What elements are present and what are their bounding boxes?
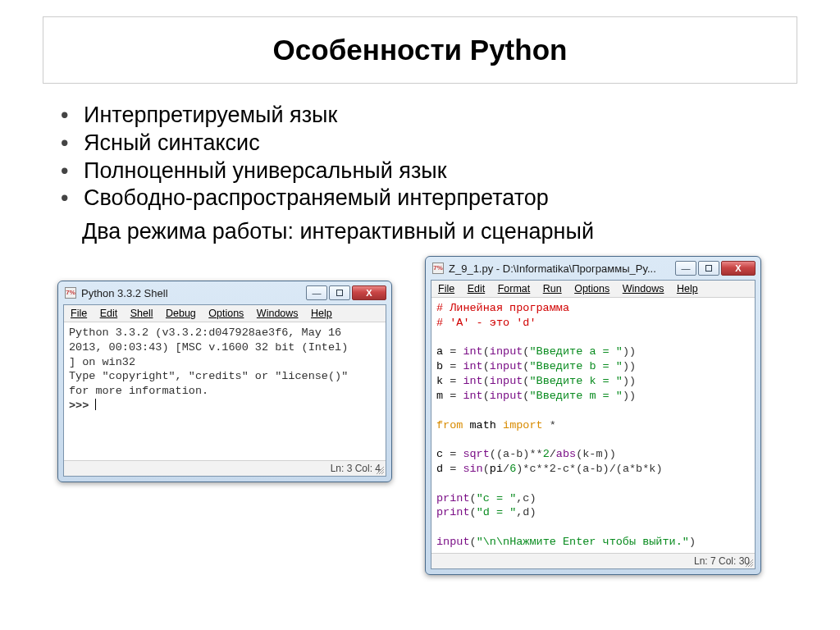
menu-debug[interactable]: Debug <box>166 308 196 319</box>
menu-file[interactable]: File <box>71 308 87 319</box>
tk-icon: 7​% <box>65 287 76 299</box>
maximize-button[interactable] <box>329 285 350 300</box>
window-title: Python 3.3.2 Shell <box>81 287 304 299</box>
menu-shell[interactable]: Shell <box>130 308 153 319</box>
menu-windows[interactable]: Windows <box>623 283 664 294</box>
bullet-item: Интерпретируемый язык <box>56 102 797 130</box>
statusbar: Ln: 7 Col: 30 <box>431 553 755 568</box>
close-button[interactable]: Х <box>721 261 756 276</box>
maximize-icon <box>336 290 343 296</box>
minimize-button[interactable]: — <box>675 261 696 276</box>
close-button[interactable]: Х <box>352 285 386 300</box>
titlebar[interactable]: 7​% Z_9_1.py - D:\Informatika\Программы_… <box>426 257 760 280</box>
maximize-button[interactable] <box>698 261 719 276</box>
shell-content[interactable]: Python 3.3.2 (v3.3.2:d047928ae3f6, May 1… <box>64 322 386 460</box>
slide-title: Особенности Python <box>52 34 788 66</box>
bullet-item: Свободно-распространяемый интерпретатор <box>56 185 797 212</box>
slide-title-box: Особенности Python <box>43 16 797 84</box>
bullet-item: Полноценный универсальный язык <box>56 158 797 185</box>
menu-windows[interactable]: Windows <box>257 308 299 319</box>
menu-edit[interactable]: Edit <box>100 308 118 319</box>
editor-content[interactable]: # Линейная программа # 'A' - это 'd' a =… <box>431 298 755 553</box>
menu-file[interactable]: File <box>438 283 454 294</box>
python-shell-window: 7​% Python 3.3.2 Shell — Х File Edit She… <box>57 281 392 482</box>
menubar: File Edit Format Run Options Windows Hel… <box>431 281 755 298</box>
menu-options[interactable]: Options <box>208 308 244 319</box>
statusbar: Ln: 3 Col: 4 <box>64 460 386 476</box>
menubar: File Edit Shell Debug Options Windows He… <box>64 305 386 322</box>
minimize-button[interactable]: — <box>306 285 327 300</box>
titlebar[interactable]: 7​% Python 3.3.2 Shell — Х <box>58 281 391 304</box>
feature-bullets: Интерпретируемый язык Ясный синтаксис По… <box>56 102 797 212</box>
status-text: Ln: 3 Col: 4 <box>331 463 381 474</box>
menu-edit[interactable]: Edit <box>468 283 486 294</box>
maximize-icon <box>705 265 712 272</box>
resize-grip-icon[interactable] <box>374 464 384 474</box>
python-editor-window: 7​% Z_9_1.py - D:\Informatika\Программы_… <box>425 256 761 575</box>
status-text: Ln: 7 Col: 30 <box>694 555 750 567</box>
menu-options[interactable]: Options <box>574 283 609 294</box>
menu-help[interactable]: Help <box>677 283 698 294</box>
modes-subtitle: Два режима работы: интерактивный и сцена… <box>82 219 797 244</box>
tk-icon: 7​% <box>432 262 444 274</box>
cursor-icon <box>95 399 96 410</box>
menu-format[interactable]: Format <box>498 283 531 294</box>
bullet-item: Ясный синтаксис <box>56 130 797 158</box>
menu-help[interactable]: Help <box>311 308 332 319</box>
resize-grip-icon[interactable] <box>743 557 753 567</box>
window-title: Z_9_1.py - D:\Informatika\Программы_Py..… <box>449 262 673 275</box>
menu-run[interactable]: Run <box>543 283 562 294</box>
